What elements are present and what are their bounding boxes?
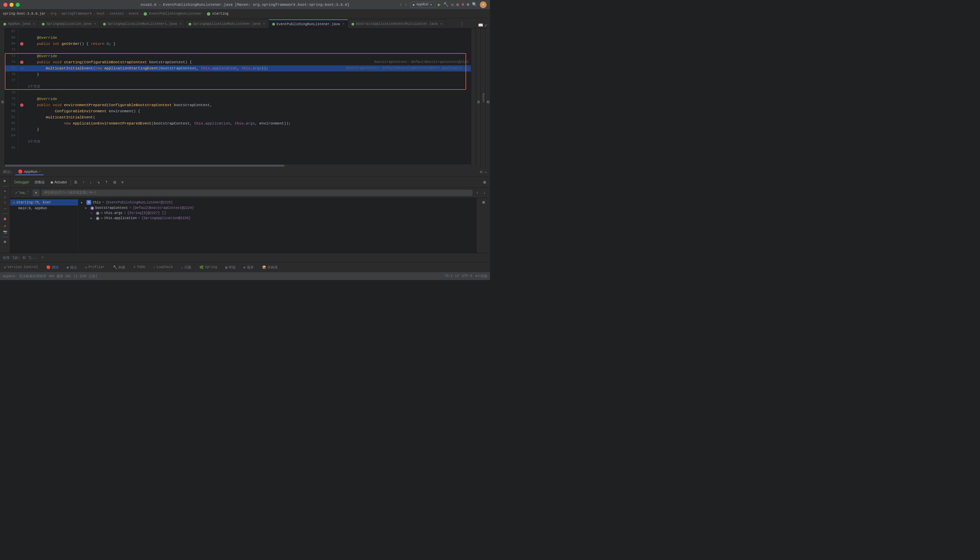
structure-sidebar[interactable]: 结构 xyxy=(485,28,490,167)
debug-stop-icon[interactable]: ■ xyxy=(3,217,6,222)
tab-abstractapplication[interactable]: AbstractApplicationEventMulticaster.java… xyxy=(348,19,446,28)
var-item-application[interactable]: ▶ ∞ ∞ this.application = {SpringApplicat… xyxy=(78,216,477,221)
profile-icon[interactable]: ◎ xyxy=(456,2,459,7)
step-down-button[interactable]: ↓ xyxy=(88,179,93,185)
settings-icon[interactable]: ⚙ xyxy=(467,2,469,7)
tab-eventpublishingrunlistener[interactable]: EventPublishingRunListener.java × xyxy=(269,19,348,28)
coverage-icon[interactable]: ☑ xyxy=(451,2,453,7)
breadcrumb-item[interactable]: org xyxy=(50,12,57,16)
minimize-button[interactable] xyxy=(10,3,13,7)
todo-tool[interactable]: ≡ TODO xyxy=(132,265,146,270)
debug-camera-icon[interactable]: 📷 xyxy=(3,230,7,234)
tab-close-icon[interactable]: × xyxy=(343,22,344,26)
actuator-tab-button[interactable]: ◉ Actuator xyxy=(48,179,69,185)
filter-button[interactable]: ☰ xyxy=(72,179,79,185)
tab-apprun[interactable]: AppRun.java × xyxy=(0,19,38,28)
tab-springapprunlistener[interactable]: SpringApplicationRunListener.java × xyxy=(185,19,268,28)
step-force-button[interactable]: ⇡ xyxy=(103,179,110,185)
debug-step-out-icon[interactable]: ↑ xyxy=(4,201,6,205)
debug-apprun-tab[interactable]: 🔴 AppRun × xyxy=(15,169,43,175)
services-tool[interactable]: ▶ 服务 xyxy=(242,264,255,270)
debug-bottom-close-icon[interactable]: × xyxy=(42,256,43,260)
luacheck-tool[interactable]: ✓ LuaCheck xyxy=(152,265,174,270)
flat-view-button[interactable]: ≡ xyxy=(120,179,125,185)
breadcrumb-item[interactable]: context xyxy=(110,12,124,16)
var-item-bootstrap[interactable]: ▶ ∞ bootstrapContext = {DefaultBootstrap… xyxy=(78,205,477,211)
step-in-button[interactable]: ↘ xyxy=(95,179,102,185)
window-controls[interactable] xyxy=(3,3,20,7)
debug-step-into-icon[interactable]: ↓ xyxy=(4,195,6,199)
status-spaces[interactable]: 4个空格 xyxy=(475,274,487,278)
debug-minimize-icon[interactable]: — xyxy=(485,170,487,175)
eval-input[interactable] xyxy=(42,190,472,196)
build-icon: 🔨 xyxy=(113,265,117,270)
filter-check-button[interactable]: ✓ "ma..." xyxy=(13,190,31,196)
problems-tool[interactable]: ⚠ 问题 xyxy=(180,264,193,270)
breakpoint-icon[interactable] xyxy=(20,103,23,107)
profiler-tool[interactable]: ◎ Profiler xyxy=(84,265,106,270)
debugger-tab-button[interactable]: Debugger xyxy=(12,179,31,185)
build-tool[interactable]: 🔨 构建 xyxy=(112,264,127,270)
tab-springapplication[interactable]: SpringApplication.java × xyxy=(38,19,99,28)
build-icon[interactable]: 🔨 xyxy=(443,2,448,7)
dependencies-tool[interactable]: 📦 依赖项 xyxy=(261,264,279,270)
breakpoint-icon[interactable] xyxy=(20,60,23,64)
terminal-tool[interactable]: ▣ 终端 xyxy=(224,264,237,270)
console-tab-button[interactable]: 控制台 xyxy=(33,179,47,186)
search-icon[interactable]: 🔍 xyxy=(472,2,477,7)
tab-close-icon[interactable]: × xyxy=(180,22,182,26)
nav-back-icon[interactable]: ‹ xyxy=(400,2,402,7)
tab-springapprunlisteners[interactable]: SpringApplicationRunListeners.java × xyxy=(100,19,185,28)
tabs-overflow-button[interactable]: ⋮ xyxy=(457,19,467,28)
debug-restore-button[interactable]: ⊞ xyxy=(480,199,487,205)
restore-layout-button[interactable]: ⊞ xyxy=(481,179,488,185)
run-config-button[interactable]: ▶ AppRun ▾ xyxy=(410,2,435,8)
debug-tab-close-icon[interactable]: × xyxy=(39,170,40,173)
bookmarks-sidebar[interactable]: 书签 xyxy=(0,28,5,167)
maven-sidebar[interactable]: Maven xyxy=(480,28,485,167)
breadcrumb-item[interactable]: EventPublishingRunListener xyxy=(149,12,202,16)
tab-close-icon[interactable]: × xyxy=(94,22,96,26)
table-view-button[interactable]: ⊟ xyxy=(111,179,118,185)
status-encoding[interactable]: UTF-8 xyxy=(462,274,472,278)
debug-resume-icon[interactable]: ▶ xyxy=(4,178,6,183)
bookmark-icon[interactable]: 📖 xyxy=(478,23,483,28)
horizontal-scrollbar[interactable] xyxy=(5,164,471,167)
tab-close-icon[interactable]: × xyxy=(263,22,265,26)
breakpoint-icon[interactable] xyxy=(20,42,23,46)
debug-restart-icon[interactable]: ↺ xyxy=(4,224,6,228)
status-position[interactable]: 75:1 xyxy=(444,274,453,278)
tab-close-icon[interactable]: × xyxy=(33,22,35,26)
avatar[interactable]: A xyxy=(480,2,487,8)
var-item-args[interactable]: ∞ ∞ ∞ this.args = {String[0]@2227} [] xyxy=(78,211,477,216)
breadcrumb-item[interactable]: spring-boot-3.0.0.jar xyxy=(3,12,46,16)
stop-icon[interactable]: ■ xyxy=(462,2,464,7)
version-control-tool[interactable]: ⚙ Version Control xyxy=(3,265,40,270)
debug-expand-icon[interactable]: ⊞ xyxy=(4,240,6,244)
fold-icon[interactable]: − xyxy=(21,108,22,114)
debug-step-over-icon[interactable]: ↷ xyxy=(4,189,6,193)
step-up-button[interactable]: ↑ xyxy=(81,179,87,185)
tab-close-icon[interactable]: × xyxy=(440,22,442,26)
close-button[interactable] xyxy=(3,3,7,7)
frame-item-starting[interactable]: ↻ starting:75, Ever xyxy=(10,199,78,205)
debug-tool[interactable]: 🔴 调试 xyxy=(45,264,60,270)
breadcrumb-item[interactable]: event xyxy=(128,12,139,16)
classification-sidebar[interactable]: 分类 xyxy=(476,28,480,167)
breadcrumb-item[interactable]: boot xyxy=(97,12,105,16)
endpoints-tool[interactable]: ◉ 端点 xyxy=(65,264,78,270)
breadcrumb-item-active[interactable]: starting xyxy=(212,12,228,16)
frame-item-main[interactable]: main:9, AppRun xyxy=(10,205,78,211)
breadcrumb-item[interactable]: springframework xyxy=(61,12,92,16)
nav-forward-icon[interactable]: › xyxy=(405,2,407,7)
var-item-this[interactable]: ▶ ≡ this = {EventPublishingRunListener@2… xyxy=(78,199,477,205)
maximize-button[interactable] xyxy=(16,3,20,7)
debug-settings-icon[interactable]: ⚙ xyxy=(480,170,482,175)
spring-tool[interactable]: 🌿 Spring xyxy=(198,265,218,270)
run-icon[interactable]: ▶ xyxy=(438,2,441,7)
debug-run-to-cursor-icon[interactable]: → xyxy=(4,207,6,211)
eval-history-up[interactable]: ↑ xyxy=(474,190,480,196)
eval-history-down[interactable]: ↓ xyxy=(482,190,487,196)
filter-dropdown-button[interactable]: ▾ xyxy=(33,190,40,196)
checkmark-icon[interactable]: ✓ xyxy=(485,22,487,28)
